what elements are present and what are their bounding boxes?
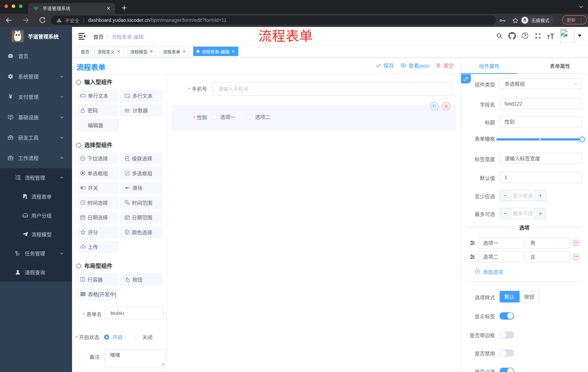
svg-text:123: 123 bbox=[124, 108, 129, 111]
